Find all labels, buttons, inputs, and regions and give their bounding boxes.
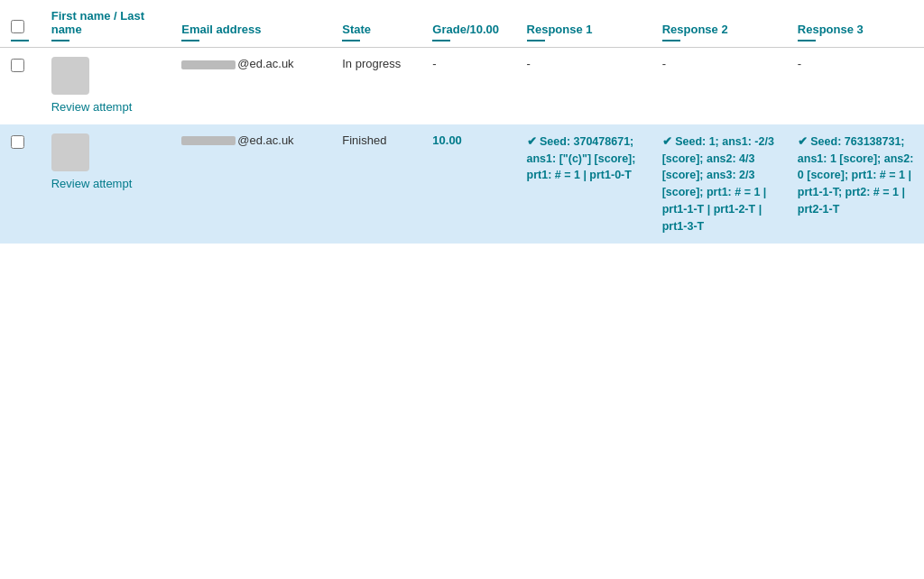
grade-cell: -	[423, 48, 517, 124]
grade-cell: 10.00	[423, 124, 517, 244]
email-suffix: @ed.ac.uk	[237, 57, 293, 70]
response3-cell: -	[789, 48, 924, 124]
email-redacted	[181, 60, 236, 69]
email-cell: @ed.ac.uk	[172, 48, 333, 124]
header-state-col: State	[333, 0, 423, 48]
review-attempt-link[interactable]: Review attempt	[51, 177, 133, 192]
response2-cell: ✔ Seed: 1; ans1: -2/3 [score]; ans2: 4/3…	[653, 124, 789, 244]
response2-cell: -	[653, 48, 789, 124]
state-cell: In progress	[333, 48, 423, 124]
row-checkbox-cell	[0, 124, 42, 244]
avatar-name-cell: Review attempt	[42, 124, 173, 244]
response1-cell: ✔ Seed: 370478671; ans1: ["(c)"] [score]…	[518, 124, 653, 244]
avatar-name-cell: Review attempt	[42, 48, 173, 124]
review-attempt-link[interactable]: Review attempt	[51, 100, 133, 115]
row-checkbox[interactable]	[11, 59, 24, 72]
attempts-table: First name / Last name Email address Sta…	[0, 0, 924, 244]
attempts-table-container: First name / Last name Email address Sta…	[0, 0, 924, 244]
select-all-checkbox[interactable]	[11, 20, 24, 33]
table-row: Review attempt@ed.ac.ukFinished10.00✔ Se…	[0, 124, 924, 244]
email-suffix: @ed.ac.uk	[237, 133, 293, 147]
avatar	[51, 57, 89, 95]
row-checkbox-cell	[0, 48, 42, 124]
header-email-col: Email address	[172, 0, 333, 48]
header-response1-col: Response 1	[518, 0, 653, 48]
header-name-col: First name / Last name	[42, 0, 173, 48]
email-cell: @ed.ac.uk	[172, 124, 333, 244]
response1-cell: -	[518, 48, 653, 124]
table-row: Review attempt@ed.ac.ukIn progress----	[0, 48, 924, 124]
header-grade-col: Grade/10.00	[423, 0, 517, 48]
header-response2-col: Response 2	[653, 0, 789, 48]
email-redacted	[181, 136, 236, 145]
header-checkbox-col	[0, 0, 42, 48]
state-cell: Finished	[333, 124, 423, 244]
response3-cell: ✔ Seed: 763138731; ans1: 1 [score]; ans2…	[789, 124, 924, 244]
avatar	[51, 133, 89, 171]
row-checkbox[interactable]	[11, 135, 24, 149]
header-response3-col: Response 3	[789, 0, 924, 48]
